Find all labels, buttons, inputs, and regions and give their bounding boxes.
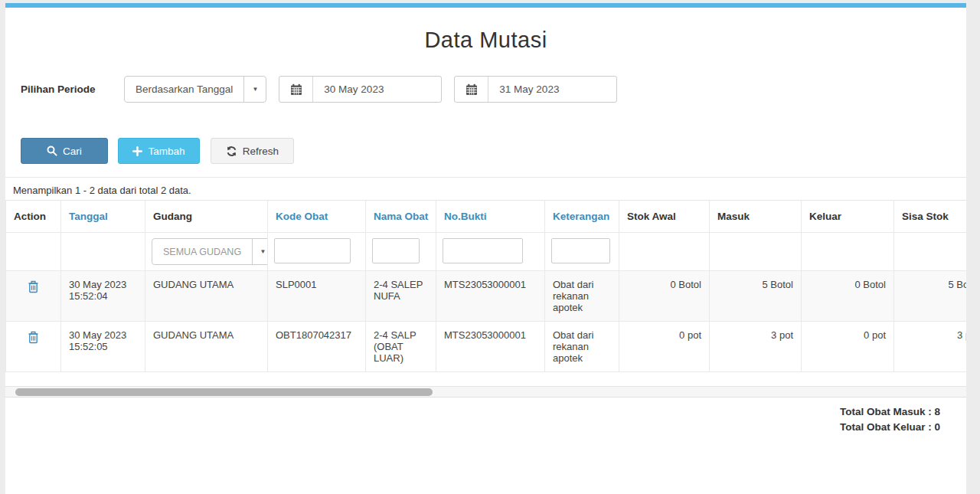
calendar-icon xyxy=(279,77,313,102)
col-header-tanggal[interactable]: Tanggal xyxy=(61,201,145,233)
cell-nama-obat: 2-4 SALP (OBAT LUAR) xyxy=(366,322,436,372)
cell-no-bukti: MTS23053000001 xyxy=(436,322,545,372)
filter-cell-stok-awal xyxy=(619,233,710,271)
filter-cell-keluar xyxy=(802,233,894,271)
warehouse-filter-value: SEMUA GUDANG xyxy=(152,239,252,264)
period-label: Pilihan Periode xyxy=(21,83,124,95)
cell-stok-awal: 0 Botol xyxy=(619,271,710,322)
kode-obat-filter-input[interactable] xyxy=(274,238,351,263)
cell-nama-obat: 2-4 SALEP NUFA xyxy=(366,271,436,322)
date-to-input[interactable]: 31 May 2023 xyxy=(454,76,617,103)
cell-kode-obat: SLP0001 xyxy=(268,271,366,322)
filter-cell-no-bukti xyxy=(436,233,545,271)
cell-gudang: GUDANG UTAMA xyxy=(145,322,268,372)
cell-masuk: 5 Botol xyxy=(710,271,802,322)
cell-keterangan: Obat dari rekanan apotek xyxy=(545,322,619,372)
col-header-gudang: Gudang xyxy=(145,201,268,233)
refresh-button[interactable]: Refresh xyxy=(211,138,294,164)
cari-button-label: Cari xyxy=(63,146,82,157)
col-header-stok-awal: Stok Awal xyxy=(619,201,710,233)
content-card: Data Mutasi Pilihan Periode Berdasarkan … xyxy=(5,3,966,494)
cell-kode-obat: OBT1807042317 xyxy=(268,322,366,372)
trash-icon xyxy=(28,284,39,296)
cell-masuk: 3 pot xyxy=(710,322,802,372)
period-filter-row: Pilihan Periode Berdasarkan Tanggal ▼ xyxy=(21,76,966,103)
keterangan-filter-input[interactable] xyxy=(551,238,610,263)
result-summary: Menampilkan 1 - 2 data dari total 2 data… xyxy=(13,185,966,196)
data-table-viewport: Action Tanggal Gudang Kode Obat Nama Oba… xyxy=(5,200,966,372)
filter-cell-gudang: SEMUA GUDANG ▼ xyxy=(145,233,268,271)
trash-icon xyxy=(28,335,39,346)
col-header-keluar: Keluar xyxy=(802,201,894,233)
cell-gudang: GUDANG UTAMA xyxy=(145,271,268,322)
chevron-down-icon: ▼ xyxy=(252,239,273,264)
col-header-nama-obat[interactable]: Nama Obat xyxy=(366,201,436,233)
cell-no-bukti: MTS23053000001 xyxy=(436,271,545,322)
totals-block: Total Obat Masuk : 8 Total Obat Keluar :… xyxy=(5,404,966,436)
cell-tanggal: 30 May 2023 15:52:05 xyxy=(61,322,145,372)
filter-cell-kode-obat xyxy=(268,233,366,271)
table-filter-row: SEMUA GUDANG ▼ xyxy=(6,233,967,271)
col-header-action: Action xyxy=(6,201,61,233)
search-icon xyxy=(47,146,57,156)
total-obat-masuk: Total Obat Masuk : 8 xyxy=(5,404,940,420)
cell-stok-awal: 0 pot xyxy=(619,322,710,372)
period-select-value: Berdasarkan Tanggal xyxy=(125,77,243,102)
filter-cell-sisa-stok xyxy=(894,233,967,271)
horizontal-scrollbar-thumb[interactable] xyxy=(15,388,433,396)
plus-icon xyxy=(132,146,142,156)
delete-button[interactable] xyxy=(28,280,39,296)
col-header-sisa-stok: Sisa Stok xyxy=(894,201,967,233)
filter-cell-action xyxy=(6,233,61,271)
cell-sisa-stok: 3 pot xyxy=(894,322,967,372)
date-from-value: 30 May 2023 xyxy=(313,77,384,102)
table-row: 30 May 2023 15:52:05 GUDANG UTAMA OBT180… xyxy=(6,322,967,372)
refresh-button-label: Refresh xyxy=(243,146,279,157)
nama-obat-filter-input[interactable] xyxy=(372,238,420,263)
data-table: Action Tanggal Gudang Kode Obat Nama Oba… xyxy=(5,200,966,372)
filter-cell-keterangan xyxy=(545,233,619,271)
warehouse-filter-select[interactable]: SEMUA GUDANG ▼ xyxy=(152,238,274,265)
tambah-button-label: Tambah xyxy=(148,146,185,157)
cari-button[interactable]: Cari xyxy=(21,138,108,164)
cell-tanggal: 30 May 2023 15:52:04 xyxy=(61,271,145,322)
total-obat-keluar: Total Obat Keluar : 0 xyxy=(5,420,940,435)
filter-cell-nama-obat xyxy=(366,233,436,271)
cell-keluar: 0 pot xyxy=(802,322,894,372)
col-header-keterangan[interactable]: Keterangan xyxy=(545,201,619,233)
period-select[interactable]: Berdasarkan Tanggal ▼ xyxy=(124,76,266,103)
toolbar: Cari Tambah Refresh xyxy=(21,138,966,164)
date-to-value: 31 May 2023 xyxy=(488,77,559,102)
tambah-button[interactable]: Tambah xyxy=(118,138,200,164)
col-header-masuk: Masuk xyxy=(710,201,802,233)
cell-keluar: 0 Botol xyxy=(802,271,894,322)
row-action-cell xyxy=(6,322,61,372)
date-from-input[interactable]: 30 May 2023 xyxy=(279,76,442,103)
horizontal-scrollbar[interactable] xyxy=(5,386,966,397)
chevron-down-icon: ▼ xyxy=(243,77,266,102)
delete-button[interactable] xyxy=(28,331,39,346)
col-header-kode-obat[interactable]: Kode Obat xyxy=(268,201,366,233)
row-action-cell xyxy=(6,271,61,322)
table-row: 30 May 2023 15:52:04 GUDANG UTAMA SLP000… xyxy=(6,271,967,322)
filter-cell-masuk xyxy=(710,233,802,271)
col-header-no-bukti[interactable]: No.Bukti xyxy=(436,201,545,233)
filter-cell-tanggal xyxy=(61,233,145,271)
cell-sisa-stok: 5 Botol xyxy=(894,271,967,322)
table-header-row: Action Tanggal Gudang Kode Obat Nama Oba… xyxy=(6,201,967,233)
no-bukti-filter-input[interactable] xyxy=(443,238,523,263)
calendar-icon xyxy=(455,77,488,102)
cell-keterangan: Obat dari rekanan apotek xyxy=(545,271,619,322)
page-title: Data Mutasi xyxy=(5,28,966,53)
refresh-icon xyxy=(226,146,237,157)
section-divider xyxy=(5,177,966,178)
